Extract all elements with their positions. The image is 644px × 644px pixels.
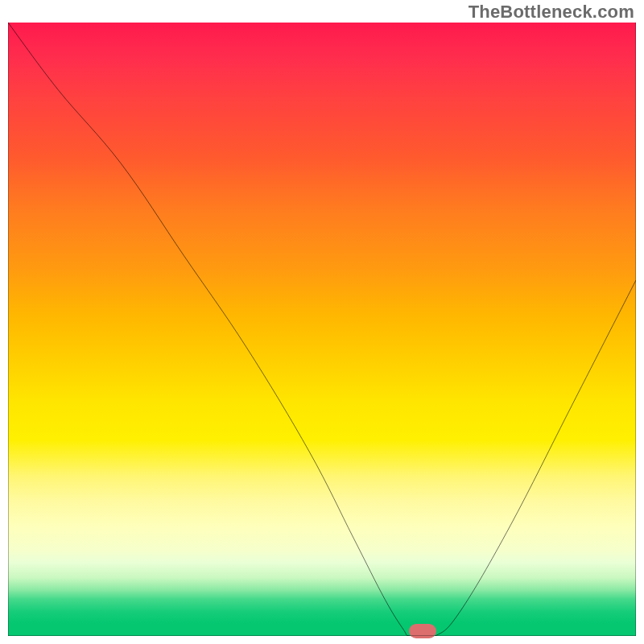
watermark-text: TheBottleneck.com	[469, 2, 634, 23]
axes	[8, 23, 636, 636]
chart-area	[8, 23, 636, 636]
